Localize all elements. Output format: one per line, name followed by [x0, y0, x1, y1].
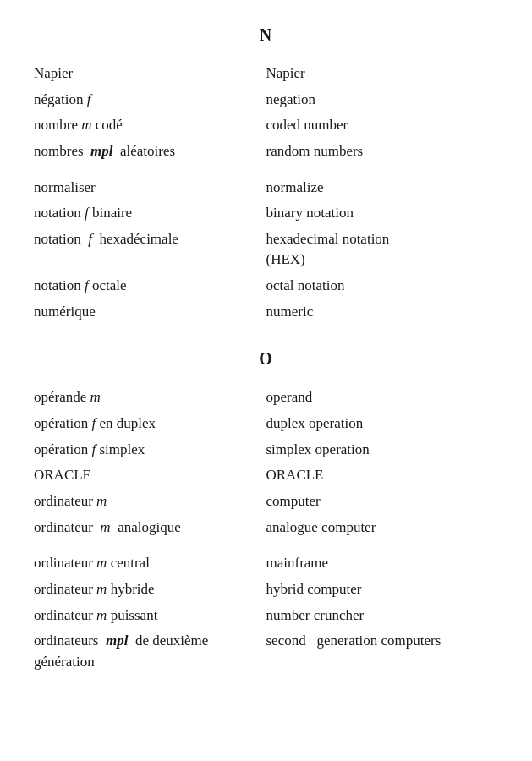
fr-term: ordinateur m — [34, 490, 266, 516]
en-term: analogue computer — [266, 516, 499, 542]
fr-term: ordinateur m puissant — [34, 604, 266, 630]
en-term: Napier — [266, 62, 499, 88]
en-term: hybrid computer — [266, 578, 499, 604]
page-content: N Napier Napier négation f negation nomb… — [34, 25, 498, 676]
table-row: opération f en duplex duplex operation — [34, 412, 498, 438]
en-term: random numbers — [266, 140, 499, 166]
en-term: hexadecimal notation(HEX) — [266, 227, 499, 274]
en-term: octal notation — [266, 274, 499, 300]
en-term: duplex operation — [266, 412, 499, 438]
fr-term: ordinateur m analogique — [34, 516, 266, 542]
table-row: opérande m operand — [34, 386, 498, 412]
table-row: notation f binaire binary notation — [34, 201, 498, 227]
table-row: nombre m codé coded number — [34, 113, 498, 140]
fr-term: normaliser — [34, 176, 266, 202]
table-row: numérique numeric — [34, 300, 498, 326]
fr-term: notation f octale — [34, 274, 266, 300]
fr-term: nombre m codé — [34, 113, 266, 140]
fr-term: ordinateurs mpl de deuxième génération — [34, 629, 266, 676]
table-row-spacer — [34, 541, 498, 551]
fr-term: opérande m — [34, 386, 266, 412]
table-row-spacer — [34, 166, 498, 176]
fr-term: opération f en duplex — [34, 412, 266, 438]
en-term: normalize — [266, 176, 499, 202]
fr-term: ordinateur m central — [34, 551, 266, 578]
fr-term: numérique — [34, 300, 266, 326]
table-row: ordinateurs mpl de deuxième génération s… — [34, 629, 498, 676]
table-row: notation f hexadécimale hexadecimal nota… — [34, 227, 498, 274]
table-row: ORACLE ORACLE — [34, 463, 498, 490]
en-term: simplex operation — [266, 438, 499, 464]
section-n-header: N — [34, 25, 498, 45]
en-term: ORACLE — [266, 463, 499, 490]
table-row: notation f octale octal notation — [34, 274, 498, 300]
fr-term: nombres mpl aléatoires — [34, 140, 266, 166]
table-row: normaliser normalize — [34, 176, 498, 202]
fr-term: opération f simplex — [34, 438, 266, 464]
table-row: Napier Napier — [34, 62, 498, 88]
fr-term: notation f hexadécimale — [34, 227, 266, 274]
table-row: ordinateur m analogique analogue compute… — [34, 516, 498, 542]
en-term: number cruncher — [266, 604, 499, 630]
section-n-table: Napier Napier négation f negation nombre… — [34, 62, 498, 326]
en-term: coded number — [266, 113, 499, 140]
fr-term: ORACLE — [34, 463, 266, 490]
en-term: mainframe — [266, 551, 499, 578]
en-term: numeric — [266, 300, 499, 326]
fr-term: Napier — [34, 62, 266, 88]
fr-term: notation f binaire — [34, 201, 266, 227]
table-row: négation f negation — [34, 88, 498, 114]
fr-term: ordinateur m hybride — [34, 578, 266, 604]
en-term: negation — [266, 88, 499, 114]
fr-term: négation f — [34, 88, 266, 114]
en-term: operand — [266, 386, 499, 412]
en-term: binary notation — [266, 201, 499, 227]
table-row: opération f simplex simplex operation — [34, 438, 498, 464]
en-term: second generation computers — [266, 629, 499, 676]
table-row: ordinateur m puissant number cruncher — [34, 604, 498, 630]
section-o: O opérande m operand opération f en dupl… — [34, 349, 498, 676]
en-term: computer — [266, 490, 499, 516]
table-row: nombres mpl aléatoires random numbers — [34, 140, 498, 166]
table-row: ordinateur m hybride hybrid computer — [34, 578, 498, 604]
section-o-table: opérande m operand opération f en duplex… — [34, 386, 498, 676]
section-o-header: O — [34, 349, 498, 369]
table-row: ordinateur m central mainframe — [34, 551, 498, 578]
table-row: ordinateur m computer — [34, 490, 498, 516]
section-n: N Napier Napier négation f negation nomb… — [34, 25, 498, 326]
